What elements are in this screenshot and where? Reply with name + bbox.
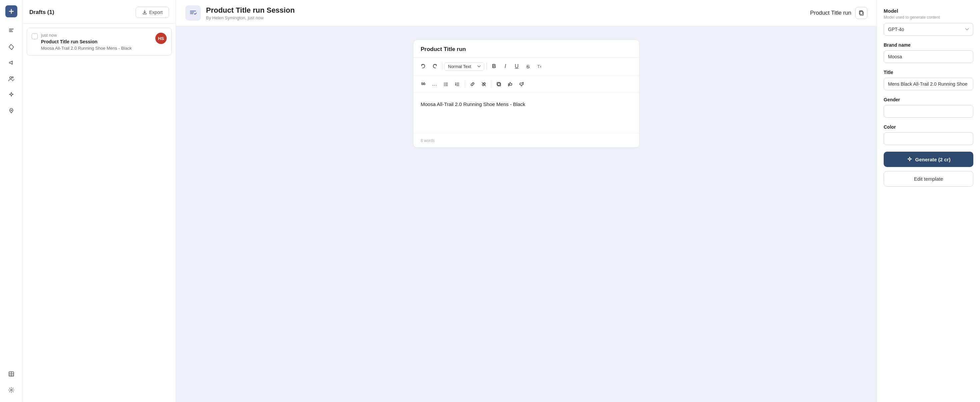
toolbar-divider-1 bbox=[442, 63, 442, 70]
draft-time: just now bbox=[41, 33, 152, 38]
title-label: Title bbox=[884, 70, 973, 75]
sidebar-item-tags[interactable] bbox=[5, 40, 18, 53]
redo-button[interactable] bbox=[430, 61, 440, 72]
editor-card: Product Title run bbox=[413, 40, 640, 148]
ellipsis-button[interactable]: … bbox=[430, 79, 440, 89]
bold-button[interactable]: B bbox=[488, 61, 500, 72]
model-subtitle: Model used to generate content bbox=[884, 15, 973, 20]
drafts-header: Drafts (1) Export bbox=[23, 0, 176, 24]
color-label: Color bbox=[884, 124, 973, 130]
model-title: Model bbox=[884, 8, 973, 14]
session-title: Product Title run Session bbox=[206, 6, 295, 15]
edit-template-button[interactable]: Edit template bbox=[884, 171, 973, 187]
session-icon bbox=[185, 5, 200, 21]
editor-body[interactable]: Moosa All-Trail 2.0 Running Shoe Mens - … bbox=[413, 93, 640, 133]
toolbar-divider-2 bbox=[486, 63, 487, 70]
drafts-panel: Drafts (1) Export just now Product Title… bbox=[23, 0, 176, 402]
drafts-title: Drafts (1) bbox=[29, 9, 54, 16]
export-label: Export bbox=[150, 10, 163, 15]
svg-point-7 bbox=[444, 83, 445, 83]
strikethrough-button[interactable]: S bbox=[523, 61, 533, 72]
svg-point-2 bbox=[11, 110, 12, 111]
drafts-list: just now Product Title run Session Moosa… bbox=[23, 24, 176, 60]
session-subtitle: By Helen Symington, just now bbox=[206, 15, 295, 20]
title-input[interactable] bbox=[884, 78, 973, 91]
svg-point-8 bbox=[444, 84, 445, 85]
editor-content: Moosa All-Trail 2.0 Running Shoe Mens - … bbox=[421, 100, 632, 108]
sidebar-item-audience[interactable] bbox=[5, 72, 18, 85]
edit-template-label: Edit template bbox=[914, 176, 943, 182]
sidebar-item-settings[interactable] bbox=[5, 383, 18, 397]
link-button[interactable] bbox=[467, 79, 478, 89]
color-input[interactable] bbox=[884, 132, 973, 145]
svg-point-0 bbox=[10, 77, 12, 79]
draft-checkbox[interactable] bbox=[32, 33, 38, 39]
export-button[interactable]: Export bbox=[136, 7, 169, 18]
editor-card-header: Product Title run bbox=[413, 40, 640, 58]
word-count: 8 words bbox=[421, 138, 435, 143]
editor-card-title: Product Title run bbox=[421, 46, 632, 52]
add-button[interactable] bbox=[5, 5, 18, 17]
editor-toolbar-row1: Normal Text B I U S Tx bbox=[413, 58, 640, 75]
unlink-button[interactable] bbox=[478, 79, 489, 89]
draft-subtitle: Moosa All-Trail 2.0 Running Shoe Mens - … bbox=[41, 46, 152, 51]
gender-label: Gender bbox=[884, 97, 973, 102]
gender-input[interactable] bbox=[884, 105, 973, 118]
italic-button[interactable]: I bbox=[500, 61, 511, 72]
editor-toolbar-row2: … bbox=[413, 75, 640, 93]
generate-label: Generate (2 cr) bbox=[915, 157, 951, 162]
sidebar-item-rocket[interactable] bbox=[5, 104, 18, 118]
sidebar-item-campaigns[interactable] bbox=[5, 56, 18, 69]
text-style-label: Normal Text bbox=[448, 64, 471, 69]
sidebar-item-tables[interactable] bbox=[5, 367, 18, 381]
duplicate-button[interactable] bbox=[493, 79, 504, 89]
right-panel: Model Model used to generate content GPT… bbox=[877, 0, 980, 402]
avatar: HS bbox=[155, 33, 167, 44]
header-right: Product Title run bbox=[810, 7, 867, 19]
thumbs-down-button[interactable] bbox=[516, 79, 527, 89]
draft-name: Product Title run Session bbox=[41, 39, 152, 44]
clear-format-button[interactable]: Tx bbox=[534, 61, 545, 72]
copy-button[interactable] bbox=[855, 7, 867, 19]
model-select[interactable]: GPT-4o GPT-3.5 Claude Gemini bbox=[884, 23, 973, 36]
svg-point-9 bbox=[444, 85, 445, 86]
numbered-list-button[interactable] bbox=[452, 79, 463, 89]
session-info: Product Title run Session By Helen Symin… bbox=[185, 5, 295, 21]
main-header: Product Title run Session By Helen Symin… bbox=[176, 0, 877, 26]
thumbs-up-button[interactable] bbox=[505, 79, 515, 89]
template-name: Product Title run bbox=[810, 10, 851, 16]
toolbar-divider-4 bbox=[491, 80, 492, 88]
blockquote-button[interactable] bbox=[418, 79, 429, 89]
editor-area: Product Title run bbox=[176, 26, 877, 402]
main-content: Product Title run Session By Helen Symin… bbox=[176, 0, 877, 402]
svg-point-4 bbox=[10, 389, 12, 391]
brand-name-input[interactable] bbox=[884, 50, 973, 63]
undo-button[interactable] bbox=[418, 61, 429, 72]
toolbar-divider-3 bbox=[465, 80, 465, 88]
session-details: Product Title run Session By Helen Symin… bbox=[206, 6, 295, 20]
svg-point-1 bbox=[12, 77, 13, 78]
sidebar bbox=[0, 0, 23, 402]
draft-item[interactable]: just now Product Title run Session Moosa… bbox=[27, 28, 172, 56]
sidebar-item-drafts[interactable] bbox=[5, 24, 18, 37]
bullet-list-button[interactable] bbox=[441, 79, 451, 89]
generate-button[interactable]: Generate (2 cr) bbox=[884, 152, 973, 167]
draft-content: just now Product Title run Session Moosa… bbox=[41, 33, 152, 51]
sidebar-item-ai[interactable] bbox=[5, 88, 18, 101]
editor-footer: 8 words bbox=[413, 133, 640, 147]
underline-button[interactable]: U bbox=[511, 61, 522, 72]
text-style-dropdown[interactable]: Normal Text bbox=[444, 62, 484, 71]
brand-name-label: Brand name bbox=[884, 42, 973, 48]
